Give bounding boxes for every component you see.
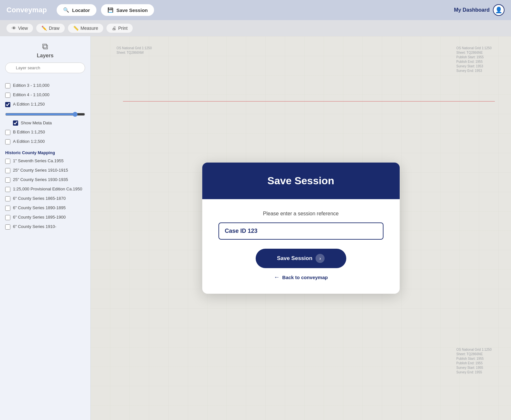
- layer-label-county1895: 6" County Series 1895-1900: [13, 215, 66, 220]
- layer-checkbox-county1890[interactable]: [5, 206, 10, 211]
- map-area[interactable]: OS National Grid 1:1250Sheet: TQ2866NW O…: [91, 36, 511, 420]
- locator-icon: 🔍: [63, 7, 70, 13]
- layer-label-edition3: Edition 3 - 1:10,000: [13, 83, 50, 88]
- layer-label-7thseries: 1" Seventh Series Ca.1955: [13, 158, 63, 164]
- main-content: ⧉ Layers 🔍 Edition 3 - 1:10,000 Edition …: [0, 36, 511, 420]
- layer-item: Edition 4 - 1:10,000: [5, 92, 85, 98]
- layer-label-county1890: 6" County Series 1890-1895: [13, 205, 66, 211]
- layer-label-county1910h: 6" County Series 1910-: [13, 224, 56, 230]
- layers-title: Layers: [37, 53, 54, 59]
- save-icon: 💾: [107, 7, 114, 13]
- layer-item: 6" County Series 1910-: [5, 223, 85, 230]
- layer-search-input[interactable]: [5, 62, 85, 73]
- print-icon: 🖨: [112, 26, 116, 31]
- save-session-modal: Save Session Please enter a session refe…: [202, 163, 400, 294]
- layers-header: ⧉ Layers: [5, 41, 85, 59]
- layer-label-aedition1250: A Edition 1:1,250: [13, 102, 45, 107]
- print-label: Print: [118, 26, 128, 31]
- layer-item: 1" Seventh Series Ca.1955: [5, 158, 85, 165]
- opacity-slider[interactable]: [5, 112, 85, 117]
- layer-item: 25" County Series 1910-1915: [5, 167, 85, 174]
- layer-checkbox-county1910[interactable]: [5, 168, 10, 173]
- layer-item: A Edition 1:2,500: [5, 138, 85, 145]
- layer-checkbox-county1865[interactable]: [5, 196, 10, 201]
- layer-item: A Edition 1:1,250: [5, 101, 85, 108]
- locator-label: Locator: [72, 7, 90, 13]
- save-session-button[interactable]: 💾 Save Session: [101, 4, 154, 16]
- layer-checkbox-aedition1250[interactable]: [5, 102, 10, 107]
- layer-checkbox-edition3[interactable]: [5, 83, 10, 88]
- modal-title: Save Session: [215, 175, 387, 187]
- modal-overlay: Save Session Please enter a session refe…: [91, 36, 511, 420]
- sidebar: ⧉ Layers 🔍 Edition 3 - 1:10,000 Edition …: [0, 36, 91, 420]
- layer-checkbox-provisional1950[interactable]: [5, 187, 10, 192]
- layer-item: 1:25,000 Provisional Edition Ca.1950: [5, 186, 85, 193]
- search-wrapper: 🔍: [5, 62, 85, 78]
- layer-checkbox-7thseries[interactable]: [5, 159, 10, 164]
- measure-label: Measure: [81, 26, 98, 31]
- layer-label-aedition2500: A Edition 1:2,500: [13, 139, 45, 144]
- draw-tool[interactable]: ✏️ Draw: [36, 24, 65, 33]
- measure-tool[interactable]: 📏 Measure: [68, 24, 103, 33]
- dashboard-link[interactable]: My Dashboard 👤: [454, 4, 505, 16]
- view-icon: 👁: [12, 26, 16, 31]
- layer-item: 6" County Series 1895-1900: [5, 214, 85, 221]
- layers-icon: ⧉: [42, 41, 48, 51]
- locator-button[interactable]: 🔍 Locator: [57, 4, 96, 16]
- layer-checkbox-county1930[interactable]: [5, 177, 10, 183]
- layer-checkbox-edition4[interactable]: [5, 93, 10, 98]
- app-logo: Conveymap: [6, 6, 47, 14]
- modal-header: Save Session: [202, 163, 400, 199]
- draw-label: Draw: [49, 26, 60, 31]
- back-to-conveymap-button[interactable]: ← Back to conveymap: [274, 274, 328, 281]
- layer-checkbox-bedition[interactable]: [5, 130, 10, 135]
- toolbar: 👁 View ✏️ Draw 📏 Measure 🖨 Print: [0, 20, 511, 36]
- modal-subtitle: Please enter a session reference: [263, 211, 339, 217]
- modal-body: Please enter a session reference Save Se…: [202, 199, 400, 294]
- layer-label-provisional1950: 1:25,000 Provisional Edition Ca.1950: [13, 187, 82, 192]
- show-meta-item: Show Meta Data: [5, 119, 85, 126]
- layer-label-county1910: 25" County Series 1910-1915: [13, 168, 68, 173]
- chevron-right-icon: ›: [316, 254, 325, 263]
- layer-checkbox-county1895[interactable]: [5, 215, 10, 220]
- layer-item: 6" County Series 1890-1895: [5, 205, 85, 211]
- dashboard-label: My Dashboard: [454, 7, 490, 13]
- view-label: View: [18, 26, 28, 31]
- session-reference-input[interactable]: [218, 222, 383, 240]
- modal-save-label: Save Session: [277, 255, 313, 262]
- historic-section-header: Historic County Mapping: [5, 150, 85, 155]
- print-tool[interactable]: 🖨 Print: [106, 24, 133, 33]
- layer-label-county1865: 6" County Series 1865-1870: [13, 196, 66, 201]
- draw-icon: ✏️: [41, 26, 47, 31]
- avatar: 👤: [493, 4, 505, 16]
- back-link-label: Back to conveymap: [282, 275, 328, 280]
- view-tool[interactable]: 👁 View: [6, 24, 33, 33]
- measure-icon: 📏: [73, 26, 79, 31]
- layer-label-county1930: 25" County Series 1930-1935: [13, 177, 68, 183]
- layer-item: 6" County Series 1865-1870: [5, 195, 85, 202]
- layer-checkbox-county1910h[interactable]: [5, 224, 10, 230]
- layer-checkbox-aedition2500[interactable]: [5, 139, 10, 144]
- layer-item: Edition 3 - 1:10,000: [5, 82, 85, 89]
- modal-save-button[interactable]: Save Session ›: [256, 249, 346, 268]
- show-meta-checkbox[interactable]: [13, 120, 18, 126]
- save-session-label: Save Session: [117, 7, 148, 13]
- layer-item: 25" County Series 1930-1935: [5, 176, 85, 183]
- layer-item: B Edition 1:1,250: [5, 129, 85, 136]
- topbar: Conveymap 🔍 Locator 💾 Save Session My Da…: [0, 0, 511, 20]
- layer-label-edition4: Edition 4 - 1:10,000: [13, 92, 50, 98]
- layer-label-bedition: B Edition 1:1,250: [13, 130, 45, 135]
- show-meta-label: Show Meta Data: [21, 120, 52, 125]
- back-arrow-icon: ←: [274, 274, 280, 281]
